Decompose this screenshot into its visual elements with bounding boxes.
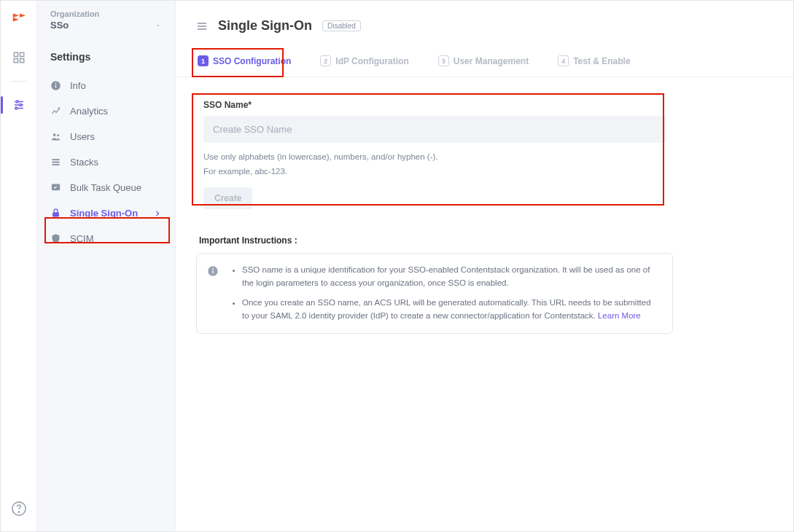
svg-rect-3 [20, 59, 23, 63]
step-number: 4 [558, 55, 569, 66]
menu-icon[interactable] [196, 20, 208, 32]
hint-text-1: Use only alphabets (in lowercase), numbe… [203, 150, 766, 163]
svg-point-11 [18, 512, 19, 512]
sidebar: Organization SSo Settings Info Analytics… [37, 1, 176, 531]
svg-rect-13 [55, 85, 56, 87]
settings-rail-icon[interactable] [7, 93, 31, 117]
learn-more-link[interactable]: Learn More [598, 311, 641, 320]
page-title: Single Sign-On [218, 18, 312, 34]
bulk-task-icon [50, 182, 61, 193]
users-icon [50, 131, 61, 142]
tab-label: IdP Configuration [335, 56, 408, 66]
chevron-down-icon [155, 22, 162, 29]
rail-divider [11, 81, 27, 82]
tab-test-enable[interactable]: 4 Test & Enable [556, 45, 631, 77]
org-label: Organization [50, 9, 162, 18]
svg-point-15 [53, 133, 56, 136]
org-value: SSo [50, 20, 69, 31]
sidebar-item-analytics[interactable]: Analytics [42, 98, 171, 124]
svg-rect-19 [52, 164, 60, 165]
tab-label: SSO Configuration [213, 56, 291, 66]
svg-rect-21 [52, 212, 59, 216]
svg-rect-18 [52, 162, 60, 163]
sidebar-item-bulk-task[interactable]: Bulk Task Queue [42, 175, 171, 200]
info-icon [50, 80, 61, 91]
sidebar-item-info[interactable]: Info [42, 73, 171, 98]
chevron-right-icon [153, 209, 162, 218]
tab-label: User Management [454, 56, 529, 66]
tab-idp-configuration[interactable]: 2 IdP Configuration [319, 45, 410, 77]
sidebar-item-label: Users [70, 131, 95, 142]
dashboard-icon[interactable] [7, 46, 31, 69]
lock-icon [50, 208, 61, 219]
tab-sso-configuration[interactable]: 1 SSO Configuration [196, 45, 292, 77]
svg-rect-17 [52, 159, 60, 160]
svg-point-7 [19, 104, 21, 106]
sidebar-item-stacks[interactable]: Stacks [42, 149, 171, 175]
svg-rect-1 [20, 52, 23, 56]
sidebar-item-label: Stacks [70, 157, 98, 168]
sidebar-item-scim[interactable]: SCIM [42, 226, 171, 251]
sso-name-input[interactable] [203, 116, 666, 143]
svg-rect-2 [14, 59, 17, 63]
hint-text-2: For example, abc-123. [203, 165, 766, 178]
highlight-form [192, 93, 664, 206]
svg-rect-0 [14, 52, 17, 56]
stacks-icon [50, 157, 61, 168]
sidebar-item-users[interactable]: Users [42, 124, 171, 149]
status-badge: Disabled [322, 20, 361, 31]
org-selector[interactable]: Organization SSo [37, 7, 175, 39]
svg-point-14 [55, 83, 57, 85]
svg-point-9 [15, 107, 17, 109]
sidebar-item-label: Info [70, 80, 86, 91]
info-icon [207, 265, 219, 277]
main-content: Single Sign-On Disabled 1 SSO Configurat… [176, 1, 793, 531]
instructions-box: SSO name is a unique identification for … [196, 253, 673, 334]
svg-point-27 [212, 268, 214, 270]
tabs: 1 SSO Configuration 2 IdP Configuration … [176, 45, 793, 77]
sidebar-item-sso[interactable]: Single Sign-On [42, 200, 171, 226]
help-icon[interactable] [11, 501, 27, 517]
tab-label: Test & Enable [573, 56, 630, 66]
sso-name-label: SSO Name* [203, 100, 252, 110]
analytics-icon [50, 106, 61, 117]
svg-point-16 [57, 134, 59, 136]
sidebar-item-label: Single Sign-On [70, 208, 138, 219]
create-button[interactable]: Create [203, 187, 252, 209]
logo-icon [11, 9, 27, 26]
sidebar-item-label: SCIM [70, 233, 94, 244]
instructions-heading: Important Instructions : [199, 235, 770, 246]
shield-icon [50, 233, 61, 244]
sidebar-item-label: Analytics [70, 106, 108, 117]
svg-rect-26 [212, 270, 213, 273]
sidebar-item-label: Bulk Task Queue [70, 182, 141, 193]
sidebar-heading: Settings [37, 39, 175, 70]
instruction-item: Once you create an SSO name, an ACS URL … [242, 297, 659, 323]
step-number: 1 [198, 55, 209, 66]
left-rail [1, 1, 37, 531]
instruction-item: SSO name is a unique identification for … [242, 264, 659, 290]
svg-point-5 [16, 101, 18, 103]
step-number: 2 [320, 55, 331, 66]
tab-user-management[interactable]: 3 User Management [437, 45, 530, 77]
step-number: 3 [438, 55, 449, 66]
